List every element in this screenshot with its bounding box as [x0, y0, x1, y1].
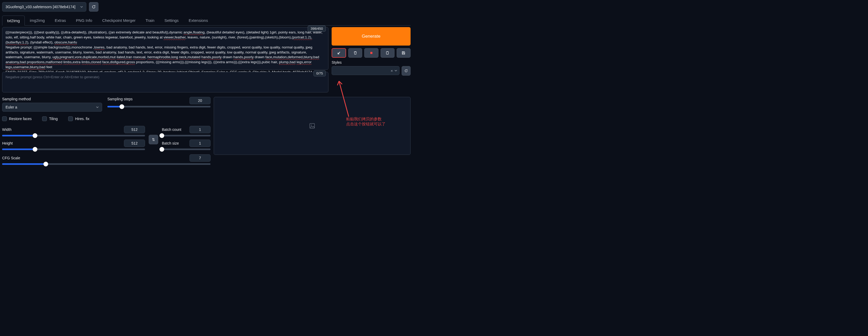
width-slider[interactable]	[2, 135, 145, 136]
sampling-method-select[interactable]: Euler a	[2, 103, 102, 112]
batch-size-slider[interactable]	[162, 149, 211, 150]
arrow-down-left-icon	[337, 51, 341, 55]
cfg-scale-label: CFG Scale	[2, 156, 20, 160]
hires-fix-checkbox[interactable]	[68, 116, 73, 121]
width-input[interactable]	[124, 126, 145, 133]
refresh-icon	[92, 5, 96, 9]
batch-count-input[interactable]	[189, 126, 211, 133]
tab-txt2img[interactable]: txt2img	[2, 16, 25, 26]
paste-button[interactable]	[380, 48, 395, 58]
height-label: Height	[2, 141, 12, 145]
hires-fix-label: Hires. fix	[75, 117, 89, 121]
chevron-down-icon	[96, 106, 99, 108]
extra-networks-button[interactable]	[364, 48, 378, 58]
swap-icon	[152, 138, 155, 142]
tab-extras[interactable]: Extras	[50, 15, 71, 25]
batch-count-slider[interactable]	[162, 135, 211, 136]
height-input[interactable]	[124, 140, 145, 147]
apply-style-button[interactable]	[402, 66, 410, 75]
chevron-down-icon	[80, 6, 83, 8]
negative-token-count: 0/75	[313, 70, 326, 77]
clear-prompt-button[interactable]	[348, 48, 362, 58]
svg-rect-0	[370, 52, 372, 54]
save-icon	[402, 51, 405, 55]
svg-rect-1	[386, 52, 389, 54]
svg-rect-2	[387, 51, 388, 52]
annotation-text: 粘贴我们拷贝的参数 点击这个按钮就可以了	[346, 117, 385, 127]
styles-label: Styles	[332, 60, 410, 64]
restore-faces-label: Restore faces	[9, 117, 32, 121]
save-style-button[interactable]	[397, 48, 410, 58]
tab-png-info[interactable]: PNG Info	[71, 15, 97, 25]
svg-point-4	[311, 125, 312, 126]
tab-settings[interactable]: Settings	[159, 15, 184, 25]
batch-count-label: Batch count	[162, 127, 181, 132]
clipboard-icon	[385, 51, 389, 55]
image-placeholder-icon	[309, 123, 315, 129]
cfg-scale-input[interactable]	[189, 154, 211, 162]
generate-button[interactable]: Generate	[332, 27, 410, 45]
refresh-icon	[404, 69, 408, 73]
restore-faces-checkbox[interactable]	[2, 116, 7, 121]
cfg-scale-slider[interactable]	[2, 163, 211, 165]
tab-checkpoint-merger[interactable]: Checkpoint Merger	[97, 15, 141, 25]
tab-img2img[interactable]: img2img	[25, 15, 50, 25]
prompt-input[interactable]: (((masterpiece))), (((best quality))), (…	[2, 27, 329, 70]
tiling-label: Tiling	[49, 117, 58, 121]
prompt-token-count: 398/450	[308, 26, 326, 32]
height-slider[interactable]	[2, 149, 145, 150]
cards-icon	[370, 51, 373, 55]
main-tabs: txt2img img2img Extras PNG Info Checkpoi…	[2, 15, 410, 26]
read-params-button[interactable]	[332, 48, 346, 58]
width-label: Width	[2, 127, 11, 132]
sampling-steps-slider[interactable]	[107, 106, 211, 108]
sampling-steps-label: Sampling steps	[107, 97, 133, 104]
tab-train[interactable]: Train	[141, 15, 159, 25]
checkpoint-select[interactable]: 3Guofeng3_v33.safetensors [4078eb4174]	[2, 2, 86, 11]
negative-prompt-input[interactable]	[2, 72, 329, 92]
batch-size-input[interactable]	[189, 140, 211, 147]
chevron-down-icon	[395, 70, 397, 71]
sampling-steps-input[interactable]	[189, 97, 211, 104]
checkpoint-value: 3Guofeng3_v33.safetensors [4078eb4174]	[5, 5, 75, 9]
tiling-checkbox[interactable]	[42, 116, 47, 121]
sampling-method-label: Sampling method	[2, 97, 102, 101]
trash-icon	[353, 51, 357, 55]
clear-icon[interactable]: ×	[391, 68, 393, 73]
styles-select[interactable]: ×	[332, 66, 400, 75]
tab-extensions[interactable]: Extensions	[184, 15, 213, 25]
swap-dimensions-button[interactable]	[149, 135, 158, 144]
refresh-checkpoint-button[interactable]	[89, 2, 98, 11]
batch-size-label: Batch size	[162, 141, 179, 145]
